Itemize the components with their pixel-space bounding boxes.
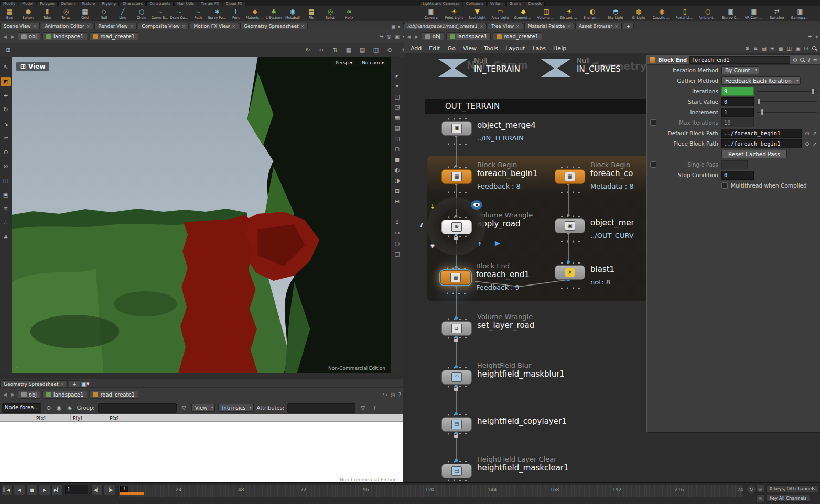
node-icon[interactable]: × bbox=[555, 265, 585, 280]
filter-mode-icon[interactable]: ◉ bbox=[55, 404, 63, 411]
node-icon[interactable]: ≋ bbox=[441, 321, 472, 336]
shelf-tool[interactable]: ● Sphere bbox=[19, 6, 38, 23]
output-arrow-icon[interactable]: ↑ bbox=[476, 241, 483, 248]
shelf-tool[interactable]: T Font bbox=[226, 6, 245, 23]
help-icon[interactable]: ? bbox=[398, 392, 401, 398]
shelf-tab[interactable]: Grains bbox=[506, 1, 525, 6]
info-icon[interactable]: i bbox=[417, 222, 425, 229]
shelf-tab[interactable]: Polygon bbox=[37, 1, 58, 6]
node-icon[interactable] bbox=[541, 59, 570, 77]
shelf-tool[interactable]: ╱ Line bbox=[113, 6, 132, 23]
caret-down-icon[interactable]: ▾ bbox=[815, 34, 818, 39]
node-icon[interactable]: ▦ bbox=[555, 169, 585, 184]
add-icon[interactable]: + bbox=[808, 34, 812, 39]
shelf-tab[interactable]: Rigging bbox=[99, 1, 119, 6]
shelf-tool[interactable]: ◓ Sky Light bbox=[604, 6, 627, 23]
shelf-tool[interactable]: ▭ Area Light bbox=[489, 6, 512, 23]
shelf-tool[interactable]: ♣ L-System bbox=[264, 6, 283, 23]
menu-item[interactable]: Layout bbox=[502, 45, 528, 52]
graph-node[interactable]: i ↓ ◈ ↑ ▶ ▦ Block Begin foreach_begin1 F… bbox=[441, 169, 537, 190]
shelf-tab[interactable]: Texture bbox=[79, 1, 99, 6]
stop-condition-field[interactable]: 0 bbox=[721, 171, 754, 180]
shelf-tool[interactable]: ▮ Tube bbox=[38, 6, 57, 23]
node-icon[interactable]: ▤ bbox=[441, 464, 472, 478]
shelf-tool[interactable]: ☀ Point Light bbox=[443, 6, 466, 23]
shelf-tab[interactable]: Vellum bbox=[487, 1, 506, 6]
node-icon[interactable]: ≋ bbox=[441, 220, 472, 234]
shelf-tool[interactable]: ◆ Geometry Light bbox=[512, 6, 535, 23]
shelf-tool[interactable]: ◍ GI Light bbox=[627, 6, 650, 23]
play-marker-icon[interactable]: ▶ bbox=[494, 239, 501, 247]
new-tab-button[interactable]: + bbox=[623, 23, 634, 29]
gather-method-select[interactable]: Feedback Each Iteration bbox=[721, 76, 801, 85]
camera-menu[interactable]: No cam▾ bbox=[358, 60, 387, 66]
node-input-ports[interactable] bbox=[446, 318, 467, 320]
shelf-tool[interactable]: ◉ Caustic Light bbox=[650, 6, 673, 23]
pane-tab[interactable]: Tree View× bbox=[488, 23, 523, 29]
caret-down-icon[interactable]: ▾ bbox=[397, 24, 400, 29]
funnel-icon[interactable]: ▽ bbox=[359, 404, 367, 411]
key-icon[interactable]: ◎ bbox=[756, 494, 764, 502]
viewport-tool-icon[interactable]: ▣ bbox=[1, 190, 11, 200]
shelf-tool[interactable]: ◫ Volume Light bbox=[535, 6, 558, 23]
shelf-tool[interactable]: ◎ Spiral bbox=[321, 6, 340, 23]
node-icon[interactable]: ▤ bbox=[441, 417, 472, 432]
node-input-ports[interactable] bbox=[446, 166, 467, 168]
display-option-icon[interactable]: ◐ bbox=[393, 167, 402, 173]
forward-icon[interactable]: ▶ bbox=[10, 392, 16, 397]
column-header[interactable]: P[y] bbox=[71, 414, 107, 421]
graph-node[interactable]: i ↓ ◈ ↑ ▶ ▣ object_merge4 ../IN_TERRAIN bbox=[441, 121, 536, 142]
shelf-tab[interactable]: Collisions bbox=[463, 1, 487, 6]
graph-node[interactable]: i ↓ ◈ ↑ ▶ ▦ Block Begin foreach_co Metad… bbox=[555, 169, 633, 190]
graph-node[interactable]: i ↓ ◈ ↑ ▶ ▦ Block End foreach_end1 Feedb… bbox=[440, 270, 530, 291]
display-option-icon[interactable]: □ bbox=[393, 250, 402, 257]
display-option-icon[interactable]: ◑ bbox=[393, 177, 402, 184]
close-icon[interactable]: × bbox=[87, 24, 90, 29]
shelf-tool[interactable]: ◐ Environment Light bbox=[581, 6, 604, 23]
shelf-tool[interactable]: ◎ Torus bbox=[57, 6, 75, 23]
view-select[interactable]: View bbox=[191, 404, 215, 412]
shelf-tool[interactable]: ～ Curve Bezier bbox=[151, 6, 170, 23]
shelf-tool[interactable]: ▦ Grid bbox=[75, 6, 94, 23]
multithread-checkbox[interactable] bbox=[721, 182, 728, 189]
intrinsics-select[interactable]: Intrinsics bbox=[218, 404, 253, 412]
display-option-icon[interactable]: ↕ bbox=[393, 219, 402, 226]
close-icon[interactable]: × bbox=[567, 24, 570, 29]
viewport-tool-icon[interactable]: ↘ bbox=[1, 119, 11, 129]
pane-tab[interactable]: Asset Browser× bbox=[575, 23, 622, 29]
template-flag-icon[interactable]: ◈ bbox=[429, 242, 436, 249]
shelf-tool[interactable]: ▯ Portal Light bbox=[673, 6, 696, 23]
jump-to-start-button[interactable]: ▎◀ bbox=[1, 485, 13, 495]
display-option-icon[interactable]: ◫ bbox=[393, 135, 402, 142]
pane-tab[interactable]: Geometry Spreadsheet× bbox=[0, 380, 68, 387]
viewport-tool-icon[interactable]: ≋ bbox=[1, 204, 11, 214]
viewport-tool-icon[interactable]: ◫ bbox=[1, 176, 11, 185]
gear-icon[interactable]: ⚙ bbox=[793, 57, 797, 63]
display-option-icon[interactable]: ▸ bbox=[393, 72, 402, 79]
key-all-channels-button[interactable]: Key All Channels bbox=[766, 495, 811, 502]
increment-slider[interactable] bbox=[757, 112, 817, 113]
step-forward-button[interactable]: ▕▶ bbox=[104, 485, 115, 495]
shelf-tab[interactable]: Modify bbox=[0, 1, 18, 6]
pin-icon[interactable]: ◎ bbox=[391, 392, 395, 398]
network-toolbar-icon[interactable]: ⊞ bbox=[770, 46, 774, 51]
pane-tab[interactable]: Composite View× bbox=[138, 23, 189, 29]
viewport-tool-icon[interactable]: ⊛ bbox=[1, 162, 11, 171]
funnel-icon[interactable]: ▽ bbox=[180, 404, 188, 411]
viewport-tool-icon[interactable]: + bbox=[1, 91, 11, 101]
node-icon[interactable]: ▦ bbox=[440, 270, 471, 285]
close-icon[interactable]: × bbox=[516, 24, 520, 29]
viewport-toolbar-icon[interactable]: ↔ bbox=[317, 47, 326, 53]
node-icon[interactable]: ▦ bbox=[441, 169, 472, 184]
network-toolbar-icon[interactable]: ⊡ bbox=[804, 46, 808, 51]
close-icon[interactable]: × bbox=[300, 24, 304, 29]
max-iterations-checkbox[interactable] bbox=[650, 119, 656, 126]
close-icon[interactable]: × bbox=[33, 24, 37, 29]
viewport-tool-icon[interactable]: ∴ bbox=[1, 218, 11, 228]
viewport-tool-icon[interactable]: ▱ bbox=[1, 134, 11, 143]
help-icon[interactable]: ? bbox=[807, 57, 810, 63]
jump-to-icon[interactable]: ↗ bbox=[813, 141, 817, 147]
hamburger-icon[interactable]: ≡ bbox=[813, 57, 817, 63]
graph-node[interactable]: i ↓ ◈ ↑ ▶ Null IN_TERRAIN bbox=[438, 59, 520, 79]
graph-node[interactable]: i ↓ ◈ ↑ ▶ ≋ Volume Wrangle set_layer_roa… bbox=[441, 321, 534, 336]
